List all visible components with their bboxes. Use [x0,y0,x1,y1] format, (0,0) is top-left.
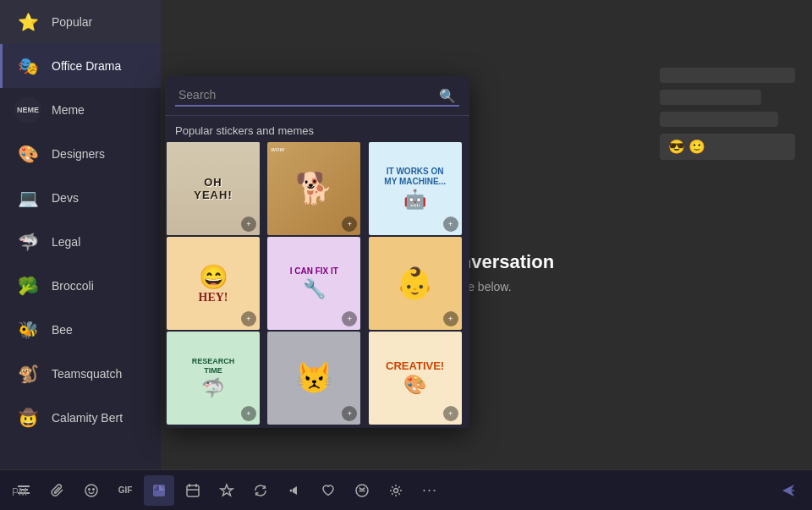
message-time: PM [12,486,27,498]
message-toolbar: GIF ··· [0,469,812,510]
sidebar-label-designers: Designers [52,147,105,161]
bg-msg-2 [660,90,761,105]
loop-button[interactable] [245,475,276,506]
sidebar-item-broccoli[interactable]: 🥦Broccoli [0,264,161,308]
sidebar-item-popular[interactable]: ⭐Popular [0,0,161,44]
sticker-section-title: Popular stickers and memes [165,116,469,142]
sidebar-item-designers[interactable]: 🎨Designers [0,132,161,176]
sidebar-icon-designers: 🎨 [14,140,41,167]
sticker-cell-s3[interactable]: IT WORKS ONMY MACHINE... 🤖 + [369,142,462,235]
sidebar-label-calamity-bert: Calamity Bert [52,411,123,425]
search-icon[interactable]: 🔍 [439,88,456,104]
svg-point-1 [89,488,91,490]
svg-point-2 [93,488,95,490]
sidebar-icon-office-drama: 🎭 [14,52,41,80]
sidebar-item-devs[interactable]: 💻Devs [0,176,161,220]
svg-rect-4 [187,485,199,496]
sidebar-icon-broccoli: 🥦 [14,272,41,299]
sidebar-item-teamsquatch[interactable]: 🐒Teamsquatch [0,352,161,396]
background-messages: 😎🙂 [660,68,795,160]
sidebar-icon-calamity-bert: 🤠 [14,404,41,431]
heart-button[interactable] [313,475,343,506]
sticker-cell-s4[interactable]: 😄 HEY! + [167,237,260,330]
emoji-preview: 😎🙂 [660,134,795,160]
schedule-button[interactable] [178,475,208,506]
sidebar-label-office-drama: Office Drama [52,59,121,73]
sidebar-item-office-drama[interactable]: 🎭Office Drama [0,44,161,88]
sidebar-label-devs: Devs [52,191,79,205]
emoji-button[interactable] [76,475,107,506]
bg-msg-1 [660,68,795,83]
sidebar-label-teamsquatch: Teamsquatch [52,367,122,381]
sidebar-icon-legal: 🦈 [14,228,41,255]
sticker-panel: 🔍 Popular stickers and memes OHYEAH! + 🐕… [165,76,469,428]
sidebar-label-legal: Legal [52,235,80,249]
sidebar-icon-meme: NEME [14,96,41,123]
send-praise-button[interactable] [211,475,242,506]
svg-point-7 [394,488,398,492]
sidebar-icon-teamsquatch: 🐒 [14,360,41,387]
sticker-cell-s5[interactable]: I CAN FIX IT 🔧 + [267,237,360,330]
sticker-cell-s8[interactable]: 😾 + [267,332,360,425]
sidebar-label-meme: Meme [52,103,85,117]
attach-button[interactable] [42,475,73,506]
send-button[interactable] [773,475,804,506]
apps-button[interactable] [279,475,310,506]
sticker-button[interactable] [144,475,174,506]
sidebar-item-legal[interactable]: 🦈Legal [0,220,161,264]
svg-point-5 [290,489,293,491]
sticker-sidebar: ⭐Popular🎭Office DramaNEMEMeme🎨Designers💻… [0,0,161,510]
sidebar-icon-devs: 💻 [14,184,41,211]
more-options-button[interactable]: ··· [414,475,445,506]
sidebar-items: ⭐Popular🎭Office DramaNEMEMeme🎨Designers💻… [0,0,161,440]
sticker-cell-s7[interactable]: RESEARCHTIME 🦈 + [167,332,260,425]
search-area: 🔍 [165,76,469,116]
sticker-cell-s9[interactable]: CREATIVE! 🎨 + [369,332,462,425]
sidebar-icon-bee: 🐝 [14,316,41,343]
gif-button[interactable]: GIF [110,475,140,506]
bg-msg-3 [660,112,778,127]
sticker-cell-s6[interactable]: 👶 + [369,237,462,330]
sidebar-label-broccoli: Broccoli [52,279,94,293]
sticker-panel-inner: Popular stickers and memes OHYEAH! + 🐕 w… [165,116,469,428]
sidebar-item-calamity-bert[interactable]: 🤠Calamity Bert [0,396,161,440]
sticker-cell-s1[interactable]: OHYEAH! + [167,142,260,235]
search-input[interactable] [175,85,459,107]
sidebar-label-popular: Popular [52,15,92,29]
svg-point-0 [85,485,97,496]
starbucks-button[interactable] [347,475,377,506]
settings-button[interactable] [381,475,411,506]
sticker-grid: OHYEAH! + 🐕 wow + IT WORKS ONMY MACHINE.… [165,142,469,428]
sidebar-item-meme[interactable]: NEMEMeme [0,88,161,132]
sidebar-label-bee: Bee [52,323,73,337]
sticker-cell-s2[interactable]: 🐕 wow + [267,142,360,235]
sidebar-icon-popular: ⭐ [14,8,41,36]
sidebar-item-bee[interactable]: 🐝Bee [0,308,161,352]
